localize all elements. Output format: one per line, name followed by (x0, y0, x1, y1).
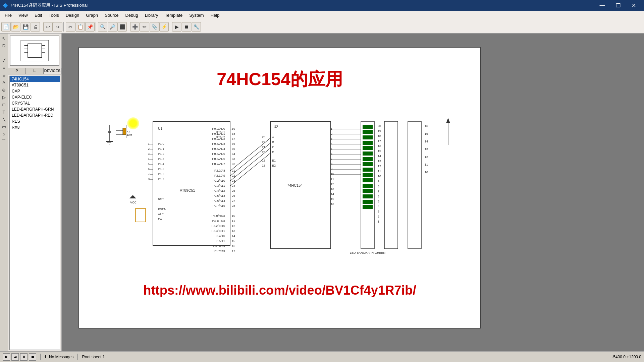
menu-graph[interactable]: Graph (83, 12, 101, 19)
menu-library[interactable]: Library (142, 12, 162, 19)
svg-text:12: 12 (378, 165, 381, 168)
device-led-green[interactable]: LED-BARGRAPH-GRN (10, 106, 60, 112)
svg-text:A: A (272, 135, 274, 139)
toolbar-print[interactable]: 🖨 (31, 22, 40, 32)
schematic-title: 74HC154的应用 (217, 68, 343, 91)
app-title: 74HC154译码器应用 - ISIS Professional (10, 2, 88, 8)
svg-text:8: 8 (378, 185, 379, 188)
playback-controls: ▶ ⏭ ⏸ ⏹ (3, 353, 36, 361)
tool-terminal[interactable]: ▷ (1, 94, 7, 101)
menu-view[interactable]: View (15, 12, 31, 19)
sidebar-tab-p[interactable]: P (8, 68, 26, 74)
sidebar-tab-l[interactable]: L (26, 68, 44, 74)
preview-svg (10, 36, 59, 65)
stop-button[interactable]: ⏹ (29, 353, 36, 361)
device-crystal[interactable]: CRYSTAL (10, 100, 60, 106)
device-res[interactable]: RES (10, 118, 60, 124)
sidebar-tab-devices[interactable]: DEVICES (44, 68, 61, 74)
svg-text:P0.5/AD5: P0.5/AD5 (212, 152, 225, 156)
toolbar-save[interactable]: 💾 (21, 22, 30, 32)
device-cap[interactable]: CAP (10, 88, 60, 94)
toolbar-new[interactable]: 📄 (1, 22, 11, 32)
tool-circle[interactable]: ○ (1, 131, 7, 137)
circuit-svg: AT89C51 U1 1 P1.0 2 P1.1 3 P1.2 4 P1.3 5… (86, 95, 475, 282)
toolbar-cut[interactable]: ✂ (66, 22, 75, 32)
svg-rect-127 (363, 152, 373, 156)
menu-debug[interactable]: Debug (122, 12, 141, 19)
tool-text[interactable]: T (1, 109, 7, 115)
maximize-button[interactable]: ❐ (610, 0, 626, 11)
tool-port[interactable]: □ (1, 101, 7, 108)
menu-tools[interactable]: Tools (45, 12, 62, 19)
device-list: 74HC154 AT89C51 CAP CAP-ELEC CRYSTAL LED… (9, 76, 60, 350)
titlebar: 🔷 74HC154译码器应用 - ISIS Professional — ❐ ✕ (0, 0, 644, 11)
tool-probe[interactable]: ⊕ (1, 86, 7, 93)
svg-text:1: 1 (148, 142, 150, 145)
tool-box[interactable]: ▭ (1, 123, 7, 130)
toolbar-open[interactable]: 📂 (11, 22, 20, 32)
toolbar-zoomfit[interactable]: ⬛ (117, 22, 127, 32)
svg-marker-201 (446, 118, 450, 123)
device-led-red[interactable]: LED-BARGRAPH-RED (10, 112, 60, 118)
tool-power[interactable]: ⏚ (1, 72, 7, 78)
svg-text:12: 12 (232, 224, 235, 228)
svg-text:7: 7 (331, 157, 332, 161)
titlebar-controls[interactable]: — ❐ ✕ (595, 0, 641, 11)
tool-wire[interactable]: ╱ (1, 57, 7, 64)
toolbar-paste[interactable]: 📌 (85, 22, 95, 32)
menu-help[interactable]: Help (207, 12, 223, 19)
svg-rect-130 (363, 168, 373, 172)
toolbar-stop[interactable]: ⏹ (182, 22, 191, 32)
toolbar-component[interactable]: ➕ (130, 22, 140, 32)
svg-rect-139 (384, 121, 398, 249)
toolbar-label[interactable]: 📎 (150, 22, 159, 32)
canvas-area[interactable]: 74HC154的应用 AT89C51 U1 1 P1.0 2 P1.1 3 P1… (62, 34, 644, 351)
menu-source[interactable]: Source (101, 12, 122, 19)
toolbar-zoomin[interactable]: 🔍 (98, 22, 107, 32)
schematic-sheet[interactable]: 74HC154的应用 AT89C51 U1 1 P1.0 2 P1.1 3 P1… (78, 47, 481, 328)
svg-text:2: 2 (378, 215, 379, 218)
device-rx8[interactable]: RX8 (10, 124, 60, 130)
svg-text:11: 11 (378, 170, 381, 173)
toolbar-redo[interactable]: ↪ (53, 22, 62, 32)
menu-file[interactable]: File (1, 12, 15, 19)
tool-arc[interactable]: ⌒ (1, 138, 7, 145)
svg-text:2: 2 (331, 132, 332, 135)
menu-system[interactable]: System (186, 12, 207, 19)
toolbar: 📄 📂 💾 🖨 ↩ ↪ ✂ 📋 📌 🔍 🔎 ⬛ ➕ ✏ 📎 ⚡ ▶ ⏹ 🔧 (0, 20, 644, 34)
tool-label[interactable]: A (1, 79, 7, 86)
svg-text:U1: U1 (158, 127, 162, 130)
close-button[interactable]: ✕ (626, 0, 641, 11)
svg-text:XTAL1: XTAL1 (216, 130, 225, 134)
tool-line[interactable]: ╲ (1, 116, 7, 123)
play-button[interactable]: ▶ (3, 353, 10, 361)
device-74hc154[interactable]: 74HC154 (10, 76, 60, 82)
toolbar-wire[interactable]: ✏ (140, 22, 149, 32)
tool-component[interactable]: D (1, 42, 7, 49)
svg-text:3: 3 (148, 152, 150, 156)
menu-design[interactable]: Design (62, 12, 83, 19)
menu-edit[interactable]: Edit (31, 12, 45, 19)
tool-bus[interactable]: ≡ (1, 64, 7, 71)
toolbar-debug[interactable]: 🔧 (192, 22, 201, 32)
tool-junction[interactable]: + (1, 50, 7, 56)
toolbar-zoomout[interactable]: 🔎 (108, 22, 117, 32)
svg-text:26: 26 (232, 194, 235, 197)
svg-text:5: 5 (331, 147, 332, 150)
menu-template[interactable]: Template (162, 12, 186, 19)
tool-select[interactable]: ↖ (1, 35, 7, 42)
svg-text:39: 39 (232, 127, 235, 130)
svg-text:6: 6 (331, 152, 332, 156)
svg-text:20: 20 (378, 124, 381, 128)
toolbar-copy[interactable]: 📋 (75, 22, 85, 32)
toolbar-power[interactable]: ⚡ (159, 22, 169, 32)
device-cap-elec[interactable]: CAP-ELEC (10, 94, 60, 100)
pause-button[interactable]: ⏸ (20, 353, 28, 361)
status-divider1 (40, 354, 41, 360)
minimize-button[interactable]: — (595, 0, 610, 11)
toolbar-undo[interactable]: ↩ (43, 22, 53, 32)
toolbar-run[interactable]: ▶ (172, 22, 181, 32)
step-button[interactable]: ⏭ (11, 353, 19, 361)
svg-text:P1.0: P1.0 (158, 142, 164, 145)
device-at89c51[interactable]: AT89C51 (10, 82, 60, 88)
